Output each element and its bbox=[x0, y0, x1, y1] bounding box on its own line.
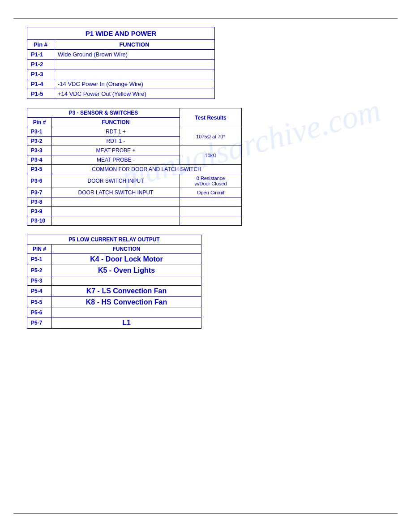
p5-title: P5 LOW CURRENT RELAY OUTPUT bbox=[27, 235, 201, 245]
p5-6-function bbox=[52, 308, 201, 317]
table-row: P3-1 RDT 1 + 1075Ω at 70° bbox=[27, 127, 242, 137]
p3-4-pin: P3-4 bbox=[27, 155, 52, 165]
p3-1-pin: P3-1 bbox=[27, 127, 52, 137]
p5-3-pin: P5-3 bbox=[27, 276, 52, 286]
p5-5-function: K8 - HS Convection Fan bbox=[52, 297, 201, 308]
p3-3-test: 10kΩ bbox=[180, 146, 242, 165]
p5-7-pin: P5-7 bbox=[27, 317, 52, 329]
table-row: P1-2 bbox=[27, 60, 215, 69]
p3-test-header: Test Results bbox=[180, 108, 242, 127]
p3-2-function: RDT 1 - bbox=[52, 137, 180, 146]
p3-9-pin: P3-9 bbox=[27, 207, 52, 216]
p5-col-pin: PIN # bbox=[27, 245, 52, 254]
p5-col-function: FUNCTION bbox=[52, 245, 201, 254]
p3-7-test: Open Circuit bbox=[180, 188, 242, 197]
p5-2-function: K5 - Oven Lights bbox=[52, 265, 201, 276]
p1-title: P1 WIDE AND POWER bbox=[27, 27, 215, 40]
table-row: P5-4 K7 - LS Convection Fan bbox=[27, 286, 201, 297]
p3-2-pin: P3-2 bbox=[27, 137, 52, 146]
p3-title: P3 - SENSOR & SWITCHES bbox=[27, 108, 180, 118]
p1-4-pin: P1-4 bbox=[27, 79, 54, 89]
table-row: P5-2 K5 - Oven Lights bbox=[27, 265, 201, 276]
p1-4-function: -14 VDC Power In (Orange Wire) bbox=[54, 79, 215, 89]
table-row: P3-10 bbox=[27, 216, 242, 226]
p3-table: P3 - SENSOR & SWITCHES Test Results Pin … bbox=[27, 108, 242, 226]
table-row: P3-3 MEAT PROBE + 10kΩ bbox=[27, 146, 242, 155]
p1-col-pin: Pin # bbox=[27, 40, 54, 50]
p3-7-function: DOOR LATCH SWITCH INPUT bbox=[52, 188, 180, 197]
p5-2-pin: P5-2 bbox=[27, 265, 52, 276]
p3-5-function: COMMON FOR DOOR AND LATCH SWITCH bbox=[52, 165, 242, 174]
table-row: P5-7 L1 bbox=[27, 317, 201, 329]
p1-3-pin: P1-3 bbox=[27, 69, 54, 79]
p5-1-pin: P5-1 bbox=[27, 254, 52, 265]
table-row: P1-3 bbox=[27, 69, 215, 79]
p3-9-test bbox=[180, 207, 242, 216]
p3-8-test bbox=[180, 197, 242, 207]
p3-col-pin: Pin # bbox=[27, 118, 52, 127]
p5-5-pin: P5-5 bbox=[27, 297, 52, 308]
p3-5-pin: P3-5 bbox=[27, 165, 52, 174]
top-border bbox=[13, 18, 398, 19]
p3-3-function: MEAT PROBE + bbox=[52, 146, 180, 155]
p1-5-pin: P1-5 bbox=[27, 89, 54, 99]
bottom-border bbox=[13, 513, 398, 514]
table-row: P1-5 +14 VDC Power Out (Yellow Wire) bbox=[27, 89, 215, 99]
p3-7-pin: P3-7 bbox=[27, 188, 52, 197]
p3-10-function bbox=[52, 216, 180, 226]
table-row: P3-8 bbox=[27, 197, 242, 207]
p5-4-pin: P5-4 bbox=[27, 286, 52, 297]
p3-9-function bbox=[52, 207, 180, 216]
table-row: P5-6 bbox=[27, 308, 201, 317]
p5-1-function: K4 - Door Lock Motor bbox=[52, 254, 201, 265]
p5-table: P5 LOW CURRENT RELAY OUTPUT PIN # FUNCTI… bbox=[27, 235, 201, 329]
table-row: P1-1 Wide Ground (Brown Wire) bbox=[27, 50, 215, 60]
p3-1-test: 1075Ω at 70° bbox=[180, 127, 242, 146]
table-row: P3-6 DOOR SWITCH INPUT 0 Resistance w/Do… bbox=[27, 174, 242, 188]
p3-4-function: MEAT PROBE - bbox=[52, 155, 180, 165]
table-row: P5-5 K8 - HS Convection Fan bbox=[27, 297, 201, 308]
p3-6-test: 0 Resistance w/Door Closed bbox=[180, 174, 242, 188]
table-row: P1-4 -14 VDC Power In (Orange Wire) bbox=[27, 79, 215, 89]
p5-4-function: K7 - LS Convection Fan bbox=[52, 286, 201, 297]
p1-1-pin: P1-1 bbox=[27, 50, 54, 60]
p1-2-pin: P1-2 bbox=[27, 60, 54, 69]
table-row: P3-5 COMMON FOR DOOR AND LATCH SWITCH bbox=[27, 165, 242, 174]
p1-1-function: Wide Ground (Brown Wire) bbox=[54, 50, 215, 60]
p3-10-pin: P3-10 bbox=[27, 216, 52, 226]
p1-5-function: +14 VDC Power Out (Yellow Wire) bbox=[54, 89, 215, 99]
p5-6-pin: P5-6 bbox=[27, 308, 52, 317]
p1-2-function bbox=[54, 60, 215, 69]
p1-table: P1 WIDE AND POWER Pin # FUNCTION P1-1 Wi… bbox=[27, 27, 215, 99]
table-row: P5-3 bbox=[27, 276, 201, 286]
table-row: P3-9 bbox=[27, 207, 242, 216]
p3-6-pin: P3-6 bbox=[27, 174, 52, 188]
p3-10-test bbox=[180, 216, 242, 226]
p5-3-function bbox=[52, 276, 201, 286]
main-content: P1 WIDE AND POWER Pin # FUNCTION P1-1 Wi… bbox=[27, 27, 384, 338]
p1-col-function: FUNCTION bbox=[54, 40, 215, 50]
p3-8-pin: P3-8 bbox=[27, 197, 52, 207]
table-row: P5-1 K4 - Door Lock Motor bbox=[27, 254, 201, 265]
p3-8-function bbox=[52, 197, 180, 207]
p5-7-function: L1 bbox=[52, 317, 201, 329]
p3-6-function: DOOR SWITCH INPUT bbox=[52, 174, 180, 188]
p1-3-function bbox=[54, 69, 215, 79]
p3-3-pin: P3-3 bbox=[27, 146, 52, 155]
p3-col-function: FUNCTION bbox=[52, 118, 180, 127]
p3-1-function: RDT 1 + bbox=[52, 127, 180, 137]
table-row: P3-7 DOOR LATCH SWITCH INPUT Open Circui… bbox=[27, 188, 242, 197]
